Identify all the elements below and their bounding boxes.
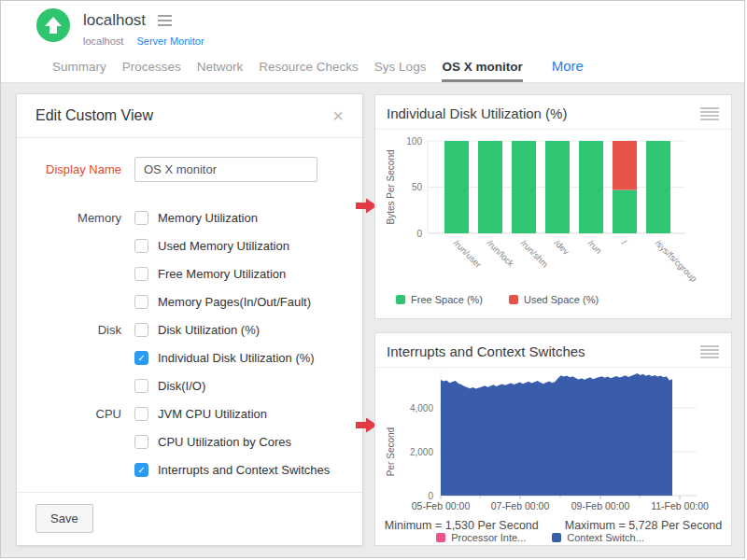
close-icon[interactable]: × [332,106,344,125]
save-button[interactable]: Save [35,504,93,533]
tab-processes[interactable]: Processes [122,60,181,82]
interrupts-context-switches-card: Interrupts and Context Switches 02,0004,… [374,332,732,546]
legend-label: Context Switch... [567,532,644,543]
modal-body: Display Name MemoryMemory UtilizationUse… [17,138,362,483]
bar-free-space [478,141,502,233]
card-header: Individual Disk Utilization (%) [375,95,731,130]
checkbox-unchecked[interactable] [134,435,148,449]
y-axis-title: Per Second [386,427,396,476]
metric-row: MemoryMemory Utilization [35,203,344,231]
metric-label: Individual Disk Utilization (%) [158,351,315,365]
display-name-input[interactable] [134,157,317,182]
x-category-label: /dev [553,238,572,258]
metric-row: CPU Utilization by Cores [35,427,344,455]
metric-label: Memory Utilization [158,211,258,225]
page-header: localhost localhost Server Monitor Summa… [1,1,744,83]
chart-title: Individual Disk Utilization (%) [387,105,567,121]
tab-sys-logs[interactable]: Sys Logs [374,60,427,82]
card-header: Interrupts and Context Switches [375,333,731,368]
legend-swatch [396,295,405,304]
legend-label: Free Space (%) [411,294,483,305]
metric-label: Disk Utilization (%) [158,323,260,337]
y-tick-label: 0 [416,229,422,239]
metric-row: ✓Individual Disk Utilization (%) [35,343,344,371]
metric-label: JVM CPU Utilization [158,407,267,421]
y-tick-label: 50 [412,182,423,192]
breadcrumb: localhost Server Monitor [83,35,204,47]
metric-label: Used Memory Utilization [158,239,289,253]
area-chart: 02,0004,000Per Second05-Feb 00:0007-Feb … [375,368,730,513]
legend-swatch [436,533,445,542]
metric-label: Disk(I/O) [158,379,205,393]
legend-label: Processor Inte... [451,532,526,543]
checkbox-checked[interactable]: ✓ [134,463,148,477]
legend-item[interactable]: Used Space (%) [509,294,599,305]
x-category-label: /run/lock [486,238,516,269]
metric-checkbox-list: MemoryMemory UtilizationUsed Memory Util… [35,203,344,483]
modal-footer: Save [17,492,362,545]
checkbox-unchecked[interactable] [134,323,148,337]
area-series-context-switches [441,373,672,496]
metric-row: Free Memory Utilization [35,259,344,287]
tab-resource-checks[interactable]: Resource Checks [259,60,359,82]
monitor-menu-icon[interactable] [158,15,172,26]
tab-summary[interactable]: Summary [52,60,106,82]
display-name-row: Display Name [35,157,344,182]
bar-free-space [579,141,603,233]
x-tick-label: 05-Feb 00:00 [412,500,471,511]
checkbox-checked[interactable]: ✓ [134,351,148,365]
x-tick-label: 09-Feb 00:00 [571,500,630,511]
x-category-label: /run/user [452,238,484,270]
chart-title: Interrupts and Context Switches [387,343,585,359]
legend-swatch [509,295,518,304]
metric-label: Interrupts and Context Switches [158,463,330,477]
up-arrow-status-icon [36,8,70,42]
chart-menu-icon[interactable] [700,345,719,358]
modal-title: Edit Custom View [35,107,153,124]
y-tick-label: 4,000 [410,403,433,413]
group-label: CPU [35,407,121,421]
metric-label: Free Memory Utilization [158,267,286,281]
checkbox-unchecked[interactable] [134,295,148,309]
y-tick-label: 0 [428,491,433,501]
checkbox-unchecked[interactable] [134,407,148,421]
checkbox-unchecked[interactable] [134,211,148,225]
modal-header: Edit Custom View × [17,94,362,138]
x-category-label: / [620,238,629,247]
y-tick-label: 100 [406,136,422,147]
tab-os-x-monitor[interactable]: OS X monitor [442,60,522,82]
bar-chart-legend: Free Space (%)Used Space (%) [375,294,731,305]
server-monitor-page: localhost localhost Server Monitor Summa… [0,0,745,558]
disk-utilization-card: Individual Disk Utilization (%) 050100By… [374,94,732,319]
checkbox-unchecked[interactable] [134,379,148,393]
metric-row: ✓Interrupts and Context Switches [35,455,344,483]
bar-free-space [512,141,536,233]
bar-free-space [613,189,637,233]
title-block: localhost localhost Server Monitor [83,11,204,47]
y-tick-label: 2,000 [410,447,433,457]
legend-item[interactable]: Context Switch... [552,532,644,543]
min-max-summary: Minimum = 1,530 Per Second Maximum = 5,7… [375,519,731,532]
tab-network[interactable]: Network [197,60,244,82]
legend-item[interactable]: Processor Inte... [436,532,526,543]
y-axis-title: Bytes Per Second [386,149,396,224]
group-label: Memory [35,211,121,225]
main-content: Edit Custom View × Display Name MemoryMe… [1,83,744,557]
legend-label: Used Space (%) [524,294,599,305]
legend-swatch [552,533,561,542]
breadcrumb-server-monitor-link[interactable]: Server Monitor [136,35,204,47]
chart-menu-icon[interactable] [700,107,719,120]
display-name-label: Display Name [35,162,121,176]
tab-bar: SummaryProcessesNetworkResource ChecksSy… [52,58,584,82]
breadcrumb-host: localhost [83,35,123,47]
legend-item[interactable]: Free Space (%) [396,294,483,305]
checkbox-unchecked[interactable] [134,267,148,281]
tab-more[interactable]: More [552,58,584,82]
area-chart-legend: Processor Inte...Context Switch... [375,532,731,543]
bar-chart: 050100Bytes Per Second/run/user/run/lock… [375,130,730,288]
up-arrow-glyph [36,8,70,42]
checkbox-unchecked[interactable] [134,239,148,253]
page-title: localhost [83,11,146,30]
minimum-value: Minimum = 1,530 Per Second [385,519,539,532]
bar-free-space [444,141,469,233]
